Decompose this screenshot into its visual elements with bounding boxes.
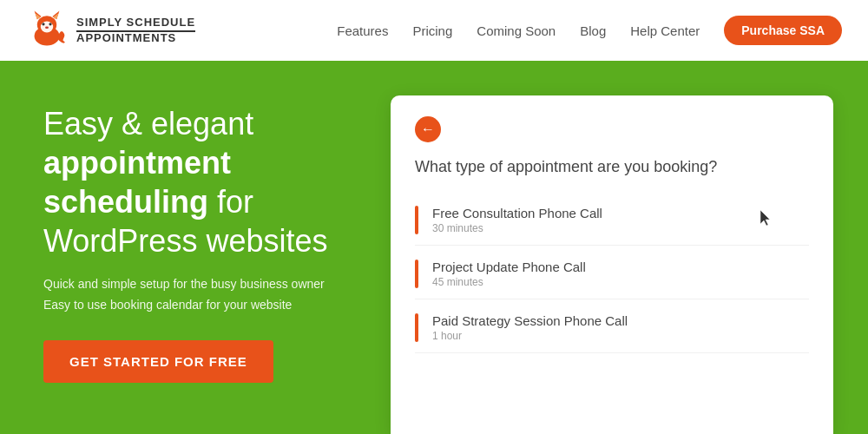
hero-subtext-line1: Quick and simple setup for the busy busi… — [43, 277, 325, 291]
navbar: Simply Schedule Appointments Features Pr… — [0, 0, 868, 61]
appointment-name-3: Paid Strategy Session Phone Call — [432, 313, 628, 328]
svg-point-8 — [49, 23, 51, 25]
appointment-item-2[interactable]: Project Update Phone Call 45 minutes — [415, 249, 809, 299]
appointment-bar-3 — [415, 313, 418, 342]
logo[interactable]: Simply Schedule Appointments — [26, 10, 195, 51]
appointment-info-1: Free Consultation Phone Call 30 minutes — [432, 206, 602, 234]
logo-text: Simply Schedule Appointments — [76, 16, 195, 44]
nav-links: Features Pricing Coming Soon Blog Help C… — [337, 16, 842, 45]
appointment-name-1: Free Consultation Phone Call — [432, 206, 602, 220]
nav-features[interactable]: Features — [337, 23, 388, 38]
svg-point-9 — [45, 27, 49, 29]
appointment-bar-2 — [415, 260, 418, 288]
widget-question: What type of appointment are you booking… — [415, 158, 809, 176]
cursor-indicator — [760, 210, 774, 231]
logo-text-bottom: Appointments — [76, 32, 195, 44]
appointment-bar-1 — [415, 206, 418, 234]
hero-subtext-line2: Easy to use booking calendar for your we… — [43, 298, 292, 312]
cursor-icon — [760, 210, 774, 227]
appointment-duration-2: 45 minutes — [432, 276, 586, 288]
back-button[interactable]: ← — [415, 116, 441, 142]
nav-pricing[interactable]: Pricing — [412, 23, 452, 38]
nav-help-center[interactable]: Help Center — [630, 23, 700, 38]
hero-headline-regular: Easy & elegant — [43, 106, 253, 141]
appointment-item-1[interactable]: Free Consultation Phone Call 30 minutes — [415, 195, 809, 246]
logo-text-top: Simply Schedule — [76, 16, 195, 31]
hero-headline: Easy & elegant appointmentscheduling for… — [43, 104, 356, 260]
appointment-name-2: Project Update Phone Call — [432, 260, 586, 274]
booking-widget: ← What type of appointment are you booki… — [391, 95, 833, 434]
nav-blog[interactable]: Blog — [580, 23, 606, 38]
nav-coming-soon[interactable]: Coming Soon — [477, 23, 556, 38]
appointment-duration-3: 1 hour — [432, 330, 628, 342]
purchase-ssa-button[interactable]: Purchase SSA — [724, 16, 842, 45]
svg-point-7 — [42, 23, 44, 25]
appointment-info-3: Paid Strategy Session Phone Call 1 hour — [432, 313, 628, 342]
fox-logo-icon — [26, 10, 68, 51]
get-started-button[interactable]: GET STARTED FOR FREE — [43, 340, 273, 383]
hero-subtext: Quick and simple setup for the busy busi… — [43, 274, 356, 316]
hero-section: Easy & elegant appointmentscheduling for… — [0, 61, 868, 434]
appointment-duration-1: 30 minutes — [432, 222, 602, 234]
hero-headline-bold: appointmentscheduling — [43, 145, 231, 220]
appointment-item-3[interactable]: Paid Strategy Session Phone Call 1 hour — [415, 303, 809, 353]
hero-left: Easy & elegant appointmentscheduling for… — [43, 95, 356, 383]
appointment-info-2: Project Update Phone Call 45 minutes — [432, 260, 586, 288]
